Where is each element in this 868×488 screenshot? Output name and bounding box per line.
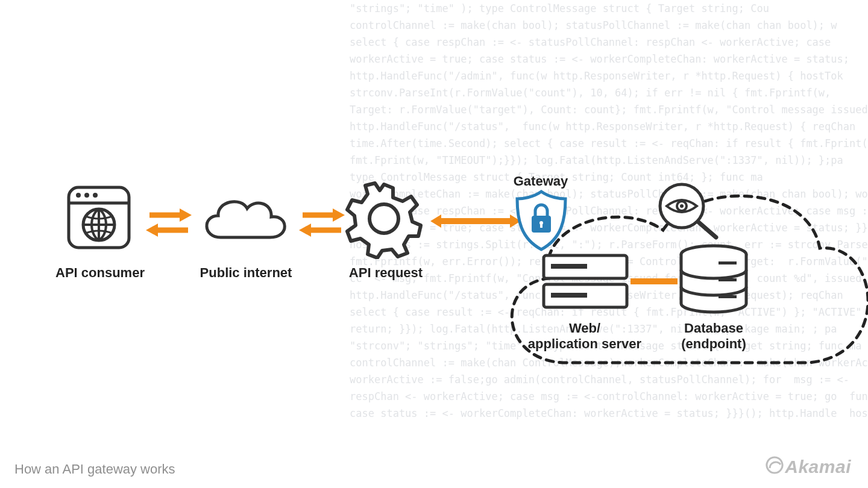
svg-rect-22: [540, 223, 542, 228]
svg-line-24: [698, 222, 716, 237]
svg-marker-13: [333, 208, 345, 222]
consumer-label: API consumer: [47, 265, 153, 281]
svg-rect-35: [719, 295, 737, 298]
svg-marker-18: [430, 214, 441, 228]
cloud-icon: [197, 190, 292, 248]
connector-server-db: [631, 277, 678, 286]
brand-wave-icon: [766, 456, 784, 478]
svg-marker-9: [180, 208, 192, 222]
db-label-1: Database: [665, 321, 762, 336]
gateway-label: Gateway: [508, 174, 574, 189]
svg-marker-15: [299, 224, 311, 237]
svg-point-26: [680, 204, 684, 208]
arrows-consumer-internet: [145, 206, 193, 240]
svg-rect-30: [551, 293, 587, 298]
request-label: API request: [338, 265, 434, 281]
server-icon: [540, 252, 631, 312]
svg-point-2: [76, 193, 81, 198]
gear-icon: [344, 178, 424, 259]
database-icon: [676, 243, 751, 317]
shield-lock-icon: [514, 189, 569, 252]
browser-icon: [65, 184, 133, 251]
brand-logo: Akamai: [766, 455, 851, 477]
svg-rect-33: [719, 261, 737, 264]
internet-label: Public internet: [193, 265, 299, 281]
svg-rect-31: [631, 278, 678, 284]
arrows-internet-request: [298, 206, 346, 240]
db-label-2: (endpoint): [665, 336, 762, 352]
webapp-label-1: Web/: [524, 321, 645, 336]
diagram-stage: "strings"; "time" ); type ControlMessage…: [0, 0, 868, 488]
svg-point-4: [93, 193, 98, 198]
webapp-label-2: application server: [524, 336, 645, 352]
magnifier-eye-icon: [655, 181, 721, 241]
svg-rect-34: [719, 278, 737, 281]
svg-point-16: [370, 204, 398, 233]
svg-point-3: [84, 193, 89, 198]
caption-text: How an API gateway works: [14, 461, 175, 477]
brand-text: Akamai: [785, 457, 851, 477]
svg-rect-28: [551, 264, 587, 269]
svg-marker-11: [146, 224, 158, 237]
